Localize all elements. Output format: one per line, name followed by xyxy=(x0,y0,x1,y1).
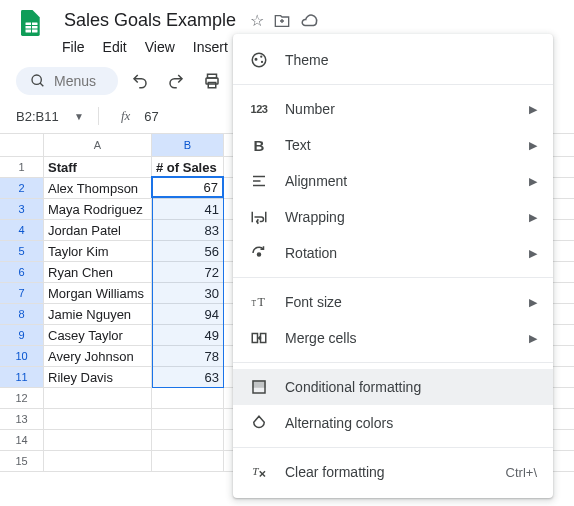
namebox-dropdown-icon[interactable]: ▼ xyxy=(74,111,84,122)
format-menu-clear-formatting[interactable]: TClear formattingCtrl+\ xyxy=(233,454,553,490)
submenu-arrow-icon: ▶ xyxy=(529,139,537,152)
menu-view[interactable]: View xyxy=(137,35,183,59)
col-header-A[interactable]: A xyxy=(44,134,152,156)
svg-rect-19 xyxy=(252,334,257,343)
svg-point-5 xyxy=(32,75,41,84)
cell[interactable] xyxy=(152,451,224,471)
submenu-arrow-icon: ▶ xyxy=(529,247,537,260)
cell[interactable]: 30 xyxy=(152,283,224,303)
document-title[interactable]: Sales Goals Example xyxy=(60,8,240,33)
cell[interactable] xyxy=(152,409,224,429)
cell[interactable]: 72 xyxy=(152,262,224,282)
search-icon xyxy=(30,73,46,89)
menu-item-label: Alternating colors xyxy=(285,415,537,431)
menu-separator xyxy=(233,84,553,85)
svg-text:T: T xyxy=(258,295,266,309)
cell[interactable]: 94 xyxy=(152,304,224,324)
cell[interactable]: Avery Johnson xyxy=(44,346,152,366)
cell[interactable]: 41 xyxy=(152,199,224,219)
row-header[interactable]: 7 xyxy=(0,283,44,303)
menu-search-input[interactable] xyxy=(54,73,104,89)
undo-button[interactable] xyxy=(126,67,154,95)
cell[interactable] xyxy=(152,430,224,450)
cell[interactable]: Staff xyxy=(44,157,152,177)
move-icon[interactable] xyxy=(274,13,290,29)
row-header[interactable]: 3 xyxy=(0,199,44,219)
menu-edit[interactable]: Edit xyxy=(95,35,135,59)
star-icon[interactable]: ☆ xyxy=(250,11,264,30)
row-header[interactable]: 10 xyxy=(0,346,44,366)
cell[interactable]: # of Sales xyxy=(152,157,224,177)
format-menu-theme[interactable]: Theme xyxy=(233,42,553,78)
submenu-arrow-icon: ▶ xyxy=(529,175,537,188)
cell[interactable]: Maya Rodriguez xyxy=(44,199,152,219)
redo-button[interactable] xyxy=(162,67,190,95)
cell[interactable]: Riley Davis xyxy=(44,367,152,387)
cell[interactable]: 67 xyxy=(152,178,224,198)
menu-item-label: Conditional formatting xyxy=(285,379,537,395)
menu-search[interactable] xyxy=(16,67,118,95)
menu-item-label: Clear formatting xyxy=(285,464,506,480)
cell[interactable]: Jamie Nguyen xyxy=(44,304,152,324)
svg-point-16 xyxy=(258,253,261,256)
cell[interactable]: Taylor Kim xyxy=(44,241,152,261)
row-header[interactable]: 15 xyxy=(0,451,44,471)
cell[interactable]: Morgan Williams xyxy=(44,283,152,303)
menu-item-label: Number xyxy=(285,101,529,117)
svg-line-6 xyxy=(40,83,43,86)
cell[interactable]: Ryan Chen xyxy=(44,262,152,282)
format-menu-text[interactable]: BText▶ xyxy=(233,127,553,163)
svg-point-10 xyxy=(252,53,266,67)
format-menu-wrapping[interactable]: Wrapping▶ xyxy=(233,199,553,235)
cell[interactable]: 49 xyxy=(152,325,224,345)
row-header[interactable]: 6 xyxy=(0,262,44,282)
cell[interactable] xyxy=(44,388,152,408)
number-icon: 123 xyxy=(249,99,269,119)
menu-item-label: Rotation xyxy=(285,245,529,261)
menu-insert[interactable]: Insert xyxy=(185,35,236,59)
row-header[interactable]: 1 xyxy=(0,157,44,177)
menu-file[interactable]: File xyxy=(54,35,93,59)
menu-item-label: Font size xyxy=(285,294,529,310)
format-menu-alignment[interactable]: Alignment▶ xyxy=(233,163,553,199)
submenu-arrow-icon: ▶ xyxy=(529,103,537,116)
format-menu-alternating-colors[interactable]: Alternating colors xyxy=(233,405,553,441)
row-header[interactable]: 11 xyxy=(0,367,44,387)
cell[interactable]: 56 xyxy=(152,241,224,261)
cell[interactable]: Alex Thompson xyxy=(44,178,152,198)
select-all-corner[interactable] xyxy=(0,134,44,156)
cell[interactable] xyxy=(44,409,152,429)
format-menu-font-size[interactable]: TTFont size▶ xyxy=(233,284,553,320)
cell[interactable] xyxy=(44,451,152,471)
cell[interactable] xyxy=(44,430,152,450)
print-button[interactable] xyxy=(198,67,226,95)
cell[interactable]: 63 xyxy=(152,367,224,387)
format-menu-merge-cells[interactable]: Merge cells▶ xyxy=(233,320,553,356)
menu-item-label: Theme xyxy=(285,52,537,68)
row-header[interactable]: 2 xyxy=(0,178,44,198)
format-menu-rotation[interactable]: Rotation▶ xyxy=(233,235,553,271)
alignment-icon xyxy=(249,171,269,191)
cell[interactable]: Jordan Patel xyxy=(44,220,152,240)
formula-bar[interactable]: 67 xyxy=(144,109,158,124)
row-header[interactable]: 8 xyxy=(0,304,44,324)
format-menu-number[interactable]: 123Number▶ xyxy=(233,91,553,127)
cell[interactable] xyxy=(152,388,224,408)
cell[interactable]: Casey Taylor xyxy=(44,325,152,345)
cloud-status-icon[interactable] xyxy=(300,12,318,30)
sheets-logo-icon[interactable] xyxy=(16,10,52,46)
cell[interactable]: 78 xyxy=(152,346,224,366)
cell[interactable]: 83 xyxy=(152,220,224,240)
row-header[interactable]: 4 xyxy=(0,220,44,240)
name-box[interactable]: B2:B11 xyxy=(10,109,66,124)
row-header[interactable]: 5 xyxy=(0,241,44,261)
row-header[interactable]: 14 xyxy=(0,430,44,450)
menu-item-label: Merge cells xyxy=(285,330,529,346)
format-menu-conditional-formatting[interactable]: Conditional formatting xyxy=(233,369,553,405)
row-header[interactable]: 13 xyxy=(0,409,44,429)
row-header[interactable]: 12 xyxy=(0,388,44,408)
altcolors-icon xyxy=(249,413,269,433)
col-header-B[interactable]: B xyxy=(152,134,224,156)
row-header[interactable]: 9 xyxy=(0,325,44,345)
menu-item-label: Alignment xyxy=(285,173,529,189)
